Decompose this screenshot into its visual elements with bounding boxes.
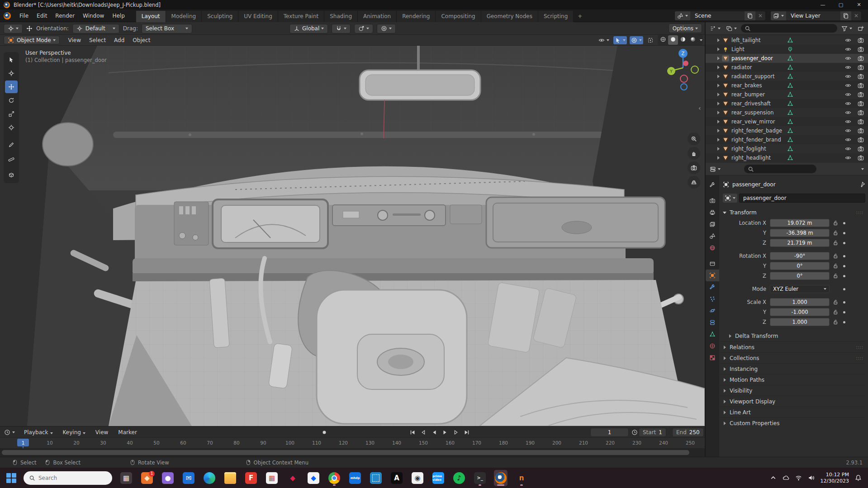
- disclosure-arrow-icon[interactable]: [717, 93, 720, 96]
- hide-in-viewport-icon[interactable]: [845, 128, 851, 134]
- outliner-item-light[interactable]: Light: [706, 45, 868, 54]
- taskbar-dropbox[interactable]: ◆: [307, 470, 320, 486]
- taskbar-steam[interactable]: ◉: [411, 470, 424, 486]
- rendered-shading-button[interactable]: [688, 35, 698, 45]
- outliner-item-rear-driveshaft[interactable]: rear_driveshaft: [706, 99, 868, 108]
- taskbar-downloader[interactable]: ◆1: [140, 470, 154, 486]
- timeline-menu-view[interactable]: View: [91, 427, 112, 437]
- play-reverse-button[interactable]: [429, 427, 440, 437]
- disable-in-renders-icon[interactable]: [858, 100, 864, 107]
- tool-select-button[interactable]: [5, 53, 18, 66]
- outliner-item-right-foglight[interactable]: right_foglight: [706, 144, 868, 153]
- disclosure-arrow-icon[interactable]: [717, 57, 720, 60]
- disclosure-arrow-icon[interactable]: [717, 111, 720, 114]
- taskbar-explorer[interactable]: [223, 470, 237, 486]
- taskbar-store[interactable]: ▦: [265, 470, 279, 486]
- minimize-button[interactable]: —: [814, 0, 832, 9]
- disable-in-renders-icon[interactable]: [858, 155, 864, 161]
- outliner-search-input[interactable]: [751, 25, 834, 32]
- animate-property-dot[interactable]: [843, 255, 845, 257]
- disable-in-renders-icon[interactable]: [858, 91, 864, 98]
- hide-in-viewport-icon[interactable]: [845, 137, 851, 143]
- disable-in-renders-icon[interactable]: [858, 128, 864, 134]
- disable-in-renders-icon[interactable]: [858, 109, 864, 116]
- auto-keying-button[interactable]: [319, 427, 330, 437]
- menu-window[interactable]: Window: [79, 11, 108, 21]
- outliner-search[interactable]: [741, 24, 837, 33]
- use-preview-range-icon[interactable]: [631, 429, 638, 436]
- lock-icon[interactable]: [832, 273, 839, 279]
- tray-overflow-icon[interactable]: [770, 474, 777, 481]
- panel-collections[interactable]: Collections::::: [719, 352, 865, 363]
- lock-icon[interactable]: [832, 263, 839, 269]
- onedrive-icon[interactable]: [783, 474, 789, 481]
- transform-y-field[interactable]: -36.398 m: [770, 229, 830, 237]
- taskbar-mhdp[interactable]: mhdp: [348, 470, 362, 486]
- properties-tab-scene[interactable]: [706, 230, 719, 242]
- properties-tab-texture[interactable]: [706, 352, 719, 364]
- zoom-button[interactable]: [688, 133, 700, 145]
- hide-in-viewport-icon[interactable]: [845, 55, 851, 62]
- hide-in-viewport-icon[interactable]: [845, 155, 851, 161]
- snap-dropdown[interactable]: [332, 24, 351, 33]
- menu-render[interactable]: Render: [51, 11, 79, 21]
- tool-transform-button[interactable]: [5, 121, 18, 134]
- properties-tab-object[interactable]: [706, 270, 719, 281]
- disclosure-arrow-icon[interactable]: [717, 156, 720, 160]
- properties-tab-particles[interactable]: [706, 293, 719, 305]
- disclosure-arrow-icon[interactable]: [717, 84, 720, 87]
- workspace-tab-compositing[interactable]: Compositing: [436, 11, 481, 22]
- material-shading-button[interactable]: [678, 35, 688, 45]
- taskbar-f-app[interactable]: F: [244, 470, 258, 486]
- timeline-scrollbar[interactable]: [0, 448, 705, 457]
- disclosure-arrow-icon[interactable]: [717, 120, 720, 123]
- properties-tab-render[interactable]: [706, 195, 719, 207]
- tool-scale-button[interactable]: [5, 108, 18, 120]
- animate-property-dot[interactable]: [843, 275, 845, 277]
- menu-edit[interactable]: Edit: [33, 11, 51, 21]
- hide-in-viewport-icon[interactable]: [845, 91, 851, 98]
- lock-icon[interactable]: [832, 309, 839, 315]
- overlays-dropdown[interactable]: [630, 36, 643, 44]
- hide-in-viewport-icon[interactable]: [845, 82, 851, 89]
- end-frame-field[interactable]: End250: [672, 428, 704, 437]
- options-button[interactable]: Options: [669, 24, 702, 33]
- camera-view-button[interactable]: [688, 161, 700, 174]
- viewport-menu-add[interactable]: Add: [110, 35, 128, 45]
- tool-move-button[interactable]: [5, 81, 18, 93]
- outliner-item-radiator-support[interactable]: radiator_support: [706, 72, 868, 81]
- show-hide-dropdown[interactable]: [597, 36, 611, 44]
- disable-in-renders-icon[interactable]: [858, 37, 864, 43]
- properties-tab-tool[interactable]: [706, 179, 719, 191]
- transform-y-field[interactable]: -1.000: [770, 308, 830, 316]
- transform-orientation-dropdown[interactable]: Global: [289, 24, 328, 33]
- next-keyframe-button[interactable]: [451, 427, 461, 437]
- maximize-button[interactable]: ▢: [832, 0, 850, 9]
- animate-property-dot[interactable]: [843, 311, 845, 313]
- transform-scale-x-field[interactable]: 1.000: [770, 298, 830, 306]
- transform-z-field[interactable]: 1.000: [770, 318, 830, 326]
- disclosure-arrow-icon[interactable]: [717, 102, 720, 105]
- playhead[interactable]: 1: [17, 439, 29, 446]
- properties-tab-view-layer[interactable]: [706, 218, 719, 230]
- timeline-ruler[interactable]: 1 10203040506070809010011012013014015016…: [0, 437, 705, 448]
- properties-tab-physics[interactable]: [706, 305, 719, 317]
- disable-in-renders-icon[interactable]: [858, 146, 864, 152]
- scene-unlink-button[interactable]: ✕: [755, 13, 765, 19]
- panel-relations[interactable]: Relations::::: [719, 341, 865, 352]
- transform-z-field[interactable]: 21.719 m: [770, 239, 830, 247]
- drag-dropdown[interactable]: Select Box: [142, 24, 192, 33]
- timeline-menu-marker[interactable]: Marker: [114, 427, 141, 437]
- snap-target-dropdown[interactable]: [354, 24, 373, 33]
- disclosure-arrow-icon[interactable]: [717, 75, 720, 78]
- workspace-tab-rendering[interactable]: Rendering: [397, 11, 436, 22]
- lock-icon[interactable]: [832, 230, 839, 236]
- view-layer-copy-button[interactable]: [840, 11, 851, 20]
- new-collection-button[interactable]: [856, 24, 865, 33]
- properties-tab-output[interactable]: [706, 207, 719, 218]
- disclosure-arrow-icon[interactable]: [717, 38, 720, 42]
- taskbar-mail[interactable]: ✉: [182, 470, 195, 486]
- workspace-tab-layout[interactable]: Layout: [136, 11, 166, 22]
- lock-icon[interactable]: [832, 220, 839, 226]
- taskbar-blender[interactable]: [494, 470, 508, 486]
